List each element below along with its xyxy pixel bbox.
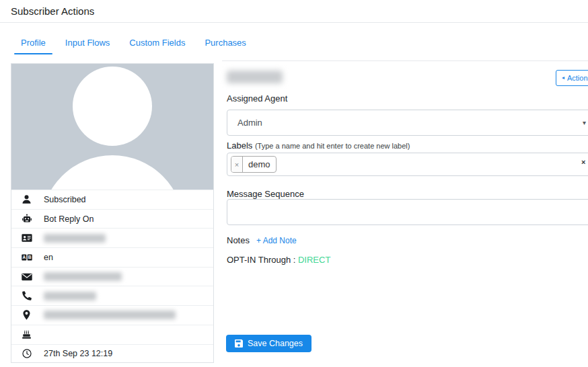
- profile-row-text: en: [44, 253, 53, 262]
- location-icon: [21, 310, 32, 320]
- tab-purchases[interactable]: Purchases: [198, 34, 252, 54]
- subscriber-actions-window: Subscriber Actions Profile Input Flows C…: [0, 0, 588, 367]
- profile-row-subscribed-date: 27th Sep 23 12:19: [11, 344, 213, 364]
- profile-row-id: [11, 228, 213, 247]
- optin-label: OPT-IN Through :: [227, 255, 295, 265]
- redacted-value: [44, 311, 176, 319]
- add-note-link[interactable]: + Add Note: [256, 236, 297, 245]
- profile-row-text: Subscribed: [44, 195, 86, 204]
- redacted-subscriber-name: [227, 71, 283, 83]
- assigned-agent-value: Admin: [237, 118, 262, 128]
- avatar-body-shape: [41, 155, 184, 190]
- tag-text: demo: [243, 157, 276, 172]
- robot-icon: [21, 214, 32, 224]
- message-sequence-input[interactable]: [227, 199, 588, 225]
- labels-hint: (Type a name and hit enter to create new…: [255, 142, 410, 150]
- id-card-icon: [21, 233, 32, 243]
- tag-remove-icon[interactable]: ×: [231, 157, 243, 172]
- labels-label: Labels (Type a name and hit enter to cre…: [227, 140, 410, 151]
- actions-button[interactable]: ◂ Actions: [556, 70, 588, 86]
- header-divider: [0, 22, 588, 23]
- tab-custom-fields[interactable]: Custom Fields: [122, 34, 192, 54]
- page-title: Subscriber Actions: [11, 5, 94, 17]
- profile-row-bot-reply: Bot Reply On: [11, 209, 213, 229]
- birthday-cake-icon: [21, 330, 32, 339]
- profile-row-text: 27th Sep 23 12:19: [44, 349, 112, 358]
- tab-bar: Profile Input Flows Custom Fields Purcha…: [14, 34, 259, 54]
- phone-icon: [21, 291, 32, 300]
- redacted-value: [44, 234, 106, 243]
- tab-input-flows[interactable]: Input Flows: [59, 34, 116, 54]
- profile-row-status: Subscribed: [11, 190, 213, 209]
- avatar-placeholder: [11, 64, 213, 190]
- profile-row-location: [11, 305, 213, 325]
- assigned-agent-label: Assigned Agent: [227, 93, 287, 104]
- profile-row-language: AB en: [11, 247, 213, 267]
- labels-label-text: Labels: [227, 140, 252, 151]
- optin-row: OPT-IN Through : DIRECT: [227, 255, 330, 265]
- save-changes-label: Save Changes: [248, 339, 303, 348]
- svg-text:A: A: [22, 255, 26, 259]
- actions-button-label: Actions: [567, 74, 588, 82]
- language-icon: AB: [21, 253, 32, 261]
- tab-profile[interactable]: Profile: [14, 34, 52, 54]
- label-tag: × demo: [231, 156, 277, 173]
- redacted-value: [44, 272, 122, 281]
- profile-row-email: [11, 267, 213, 286]
- save-icon: [235, 339, 243, 348]
- profile-row-birthday: [11, 325, 213, 344]
- avatar-head-shape: [73, 67, 152, 146]
- notes-row: Notes + Add Note: [227, 235, 297, 245]
- user-icon: [21, 194, 32, 204]
- profile-card: Subscribed Bot Reply On AB en: [11, 63, 214, 363]
- save-changes-button[interactable]: Save Changes: [226, 335, 311, 352]
- labels-input[interactable]: × demo: [227, 153, 588, 176]
- svg-text:B: B: [28, 255, 31, 259]
- assigned-agent-select[interactable]: Admin: [227, 110, 588, 136]
- details-panel: ◂ Actions Assigned Agent Admin ▾ Labels …: [222, 60, 588, 367]
- profile-row-phone: [11, 286, 213, 305]
- profile-row-text: Bot Reply On: [44, 214, 94, 224]
- chevron-down-icon: ▾: [583, 119, 586, 126]
- redacted-value: [44, 292, 96, 300]
- caret-left-icon: ◂: [562, 75, 564, 81]
- message-sequence-label: Message Sequence: [227, 189, 304, 199]
- envelope-icon: [21, 273, 32, 281]
- optin-value: DIRECT: [298, 255, 330, 265]
- labels-clear-icon[interactable]: ×: [581, 158, 585, 166]
- clock-icon: [21, 349, 32, 358]
- notes-label: Notes: [227, 235, 250, 245]
